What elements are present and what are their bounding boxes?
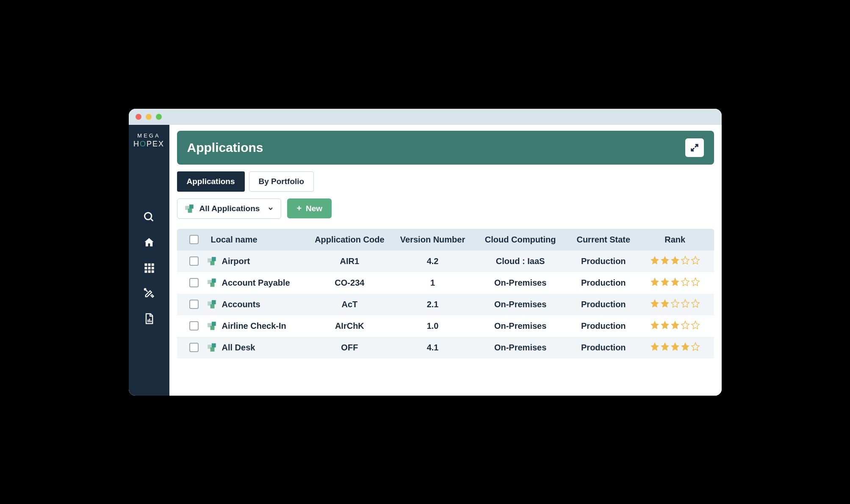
star-icon: [660, 320, 670, 332]
svg-rect-25: [211, 300, 216, 304]
cell-rank: [640, 277, 709, 289]
svg-rect-9: [148, 270, 150, 273]
svg-rect-6: [148, 267, 150, 269]
svg-rect-8: [144, 270, 147, 273]
row-checkbox[interactable]: [189, 300, 199, 309]
report-icon[interactable]: [142, 312, 156, 325]
star-icon: [691, 256, 700, 267]
svg-rect-32: [210, 347, 214, 352]
cell-local-name: Accounts: [207, 299, 308, 310]
star-icon: [681, 342, 690, 353]
col-state[interactable]: Current State: [567, 235, 640, 245]
select-all-checkbox[interactable]: [189, 235, 199, 244]
puzzle-icon: [207, 299, 218, 310]
cell-code: AIrChK: [308, 321, 391, 331]
logo: MEGA HOPEX: [133, 129, 164, 157]
svg-point-0: [144, 212, 151, 219]
expand-button[interactable]: [685, 138, 704, 157]
cell-rank: [640, 320, 709, 332]
table-row[interactable]: Account PayableCO-2341On-PremisesProduct…: [177, 272, 714, 294]
svg-rect-13: [149, 319, 150, 322]
star-icon: [691, 299, 700, 310]
star-icon: [691, 277, 700, 289]
cell-version: 2.1: [391, 300, 474, 309]
col-app-code[interactable]: Application Code: [308, 235, 391, 245]
svg-rect-26: [210, 304, 214, 308]
cell-local-name: All Desk: [207, 342, 308, 353]
star-icon: [681, 256, 690, 267]
search-icon[interactable]: [142, 210, 156, 224]
cell-code: CO-234: [308, 278, 391, 288]
svg-rect-14: [150, 320, 151, 322]
app-body: MEGA HOPEX Applic: [129, 125, 722, 396]
cell-local-name: Account Payable: [207, 277, 308, 288]
star-icon: [670, 256, 680, 267]
cell-version: 1.0: [391, 321, 474, 331]
tab-by-portfolio[interactable]: By Portfolio: [249, 171, 314, 192]
star-icon: [660, 256, 670, 267]
svg-rect-29: [210, 326, 214, 330]
table-row[interactable]: AirportAIR14.2Cloud : IaaSProduction: [177, 251, 714, 272]
cell-version: 4.1: [391, 343, 474, 353]
plus-icon: +: [296, 204, 302, 213]
tools-icon[interactable]: [142, 286, 156, 300]
tabs: ApplicationsBy Portfolio: [177, 171, 714, 192]
page-title: Applications: [187, 140, 263, 155]
svg-rect-23: [210, 283, 214, 287]
svg-point-11: [144, 289, 146, 290]
grid-icon[interactable]: [142, 261, 156, 275]
row-checkbox[interactable]: [189, 256, 199, 266]
cell-version: 4.2: [391, 256, 474, 266]
maximize-window-button[interactable]: [156, 114, 162, 120]
cell-version: 1: [391, 278, 474, 288]
star-icon: [650, 299, 659, 310]
svg-line-1: [150, 218, 153, 221]
col-local-name[interactable]: Local name: [207, 235, 308, 245]
cell-code: AIR1: [308, 256, 391, 266]
cell-cloud: Cloud : IaaS: [474, 256, 567, 266]
svg-rect-5: [144, 267, 147, 269]
home-icon[interactable]: [142, 236, 156, 249]
col-version[interactable]: Version Number: [391, 235, 474, 245]
cell-state: Production: [567, 256, 640, 266]
svg-rect-3: [148, 263, 150, 266]
cell-cloud: On-Premises: [474, 300, 567, 309]
chevron-down-icon: [267, 205, 274, 212]
star-icon: [681, 320, 690, 332]
row-checkbox[interactable]: [189, 343, 199, 352]
filter-label: All Applications: [199, 204, 260, 213]
svg-rect-4: [151, 263, 154, 266]
cell-local-name: Airline Check-In: [207, 320, 308, 331]
star-icon: [670, 342, 680, 353]
puzzle-icon: [207, 342, 218, 353]
cell-state: Production: [567, 321, 640, 331]
star-icon: [670, 277, 680, 289]
row-checkbox[interactable]: [189, 278, 199, 287]
cell-state: Production: [567, 300, 640, 309]
puzzle-icon: [207, 320, 218, 331]
window-titlebar: [129, 109, 722, 125]
cell-rank: [640, 342, 709, 353]
col-cloud[interactable]: Cloud Computing: [474, 235, 567, 245]
table-row[interactable]: Airline Check-InAIrChK1.0On-PremisesProd…: [177, 315, 714, 337]
new-button[interactable]: + New: [287, 198, 332, 218]
table-row[interactable]: All DeskOFF4.1On-PremisesProduction: [177, 337, 714, 358]
cell-cloud: On-Premises: [474, 343, 567, 353]
svg-rect-2: [144, 263, 147, 266]
svg-rect-16: [189, 204, 193, 209]
cell-state: Production: [567, 278, 640, 288]
close-window-button[interactable]: [136, 114, 141, 120]
minimize-window-button[interactable]: [146, 114, 152, 120]
tab-applications[interactable]: Applications: [177, 171, 245, 192]
cell-code: OFF: [308, 343, 391, 353]
row-checkbox[interactable]: [189, 321, 199, 330]
svg-rect-7: [151, 267, 154, 269]
main-content: Applications ApplicationsBy Portfolio Al…: [169, 125, 722, 396]
sidebar: MEGA HOPEX: [129, 125, 169, 396]
svg-rect-28: [211, 322, 216, 326]
star-icon: [660, 299, 670, 310]
col-rank[interactable]: Rank: [640, 235, 709, 245]
star-icon: [650, 320, 659, 332]
filter-dropdown[interactable]: All Applications: [177, 198, 282, 219]
table-row[interactable]: AccountsAcT2.1On-PremisesProduction: [177, 294, 714, 315]
